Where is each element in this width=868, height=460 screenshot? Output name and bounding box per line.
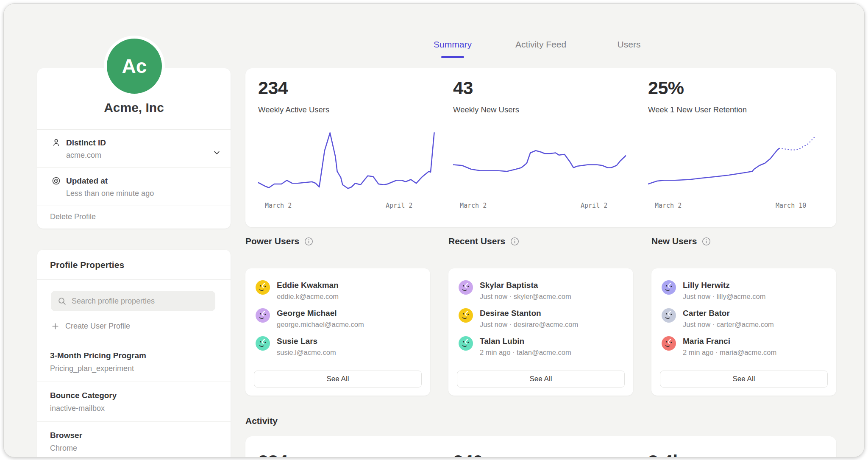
power-users-card: Eddie Kwakman eddie.k@acme.com George Mi…: [245, 268, 430, 396]
info-icon[interactable]: [510, 237, 519, 246]
create-user-profile-button[interactable]: Create User Profile: [37, 311, 231, 342]
user-row[interactable]: George Michael george.michael@acme.com: [256, 308, 422, 336]
user-name: Skylar Baptista: [480, 281, 571, 290]
new-users-heading: New Users: [651, 236, 836, 246]
property-row[interactable]: Bounce Category inactive-mailbox: [37, 382, 231, 421]
x-axis-start-label: March 2: [655, 202, 682, 209]
x-axis-start-label: March 2: [460, 202, 487, 209]
user-row[interactable]: Eddie Kwakman eddie.k@acme.com: [256, 280, 422, 308]
user-detail: Just now · skyler@acme.com: [480, 293, 571, 301]
user-name: Eddie Kwakman: [277, 281, 339, 290]
plus-icon: [51, 322, 59, 330]
user-detail: Just now · lilly@acme.com: [683, 293, 766, 301]
user-name: Carter Bator: [683, 309, 774, 318]
search-icon: [58, 297, 67, 306]
profile-properties-card: Profile Properties Create User Profile 3…: [37, 250, 231, 457]
avatar: [256, 336, 270, 351]
user-detail: Just now · carter@acme.com: [683, 321, 774, 329]
avatar: [256, 280, 270, 295]
user-row[interactable]: Desirae Stanton Just now · desirare@acme…: [459, 308, 625, 336]
search-box: [51, 291, 215, 311]
user-name: George Michael: [277, 309, 364, 318]
user-detail: Just now · desirare@acme.com: [480, 321, 578, 329]
tab-summary[interactable]: Summary: [409, 39, 497, 58]
app-window: Ac Acme, Inc Distinct ID acme.com Update…: [3, 3, 865, 457]
company-avatar-initials: Ac: [122, 55, 147, 78]
avatar: [662, 308, 676, 323]
user-row[interactable]: Susie Lars susie.l@acme.com: [256, 336, 422, 364]
x-axis-labels: March 2 March 10: [648, 202, 828, 211]
weekly-new-users-value: 43: [453, 78, 633, 98]
avatar: [256, 308, 270, 323]
retention-column: 25% Week 1 New User Retention March 2 Ma…: [648, 68, 828, 227]
x-axis-end-label: April 2: [581, 202, 607, 209]
activity-card: 234 240 3.4k: [245, 436, 836, 457]
property-value: Chrome: [50, 444, 218, 453]
updated-at-row: Updated at Less than one minute ago: [37, 167, 231, 206]
weekly-new-users-label: Weekly New Users: [453, 105, 633, 114]
user-name: Desirae Stanton: [480, 309, 578, 318]
weekly-new-users-column: 43 Weekly New Users March 2 April 2: [453, 68, 633, 227]
recent-users-card: Skylar Baptista Just now · skyler@acme.c…: [448, 268, 633, 396]
x-axis-start-label: March 2: [265, 202, 292, 209]
distinct-id-label: Distinct ID: [66, 138, 106, 148]
user-row[interactable]: Talan Lubin 2 min ago · talan@acme.com: [459, 336, 625, 364]
updated-at-label: Updated at: [66, 176, 108, 186]
weekly-active-users-column: 234 Weekly Active Users March 2 April 2: [258, 68, 438, 227]
search-profile-properties-input[interactable]: [72, 297, 209, 306]
x-axis-labels: March 2 April 2: [258, 202, 438, 211]
property-row[interactable]: 3-Month Pricing Program Pricing_plan_exp…: [37, 342, 231, 382]
avatar: [662, 336, 676, 351]
user-name: Talan Lubin: [480, 337, 571, 346]
delete-profile-button[interactable]: Delete Profile: [37, 206, 231, 229]
property-row[interactable]: Browser Chrome: [37, 421, 231, 457]
summary-stats-card: 234 Weekly Active Users March 2 April 2 …: [245, 68, 836, 227]
user-name: Susie Lars: [277, 337, 336, 346]
user-detail: 2 min ago · talan@acme.com: [480, 348, 571, 357]
property-value: inactive-mailbox: [50, 404, 218, 413]
x-axis-end-label: April 2: [386, 202, 412, 209]
property-label: Bounce Category: [50, 391, 218, 400]
user-detail: george.michael@acme.com: [277, 321, 364, 329]
x-axis-end-label: March 10: [776, 202, 806, 209]
retention-sparkline: [648, 125, 828, 199]
person-icon: [51, 138, 61, 148]
avatar: [662, 280, 676, 295]
company-avatar: Ac: [107, 39, 162, 94]
tab-activity-feed[interactable]: Activity Feed: [497, 39, 585, 58]
new-users-card: Lilly Herwitz Just now · lilly@acme.com …: [651, 268, 836, 396]
user-row[interactable]: Lilly Herwitz Just now · lilly@acme.com: [662, 280, 828, 308]
see-all-button[interactable]: See All: [254, 371, 422, 388]
tab-users-label: Users: [618, 39, 641, 50]
new-users-title: New Users: [651, 236, 697, 246]
power-users-title: Power Users: [245, 236, 299, 246]
tab-users[interactable]: Users: [585, 39, 673, 58]
user-row[interactable]: Skylar Baptista Just now · skyler@acme.c…: [459, 280, 625, 308]
updated-at-value: Less than one minute ago: [66, 189, 220, 198]
info-icon[interactable]: [304, 237, 313, 246]
eye-icon: [51, 176, 61, 186]
user-row[interactable]: Maria Franci 2 min ago · maria@acme.com: [662, 336, 828, 364]
user-row[interactable]: Carter Bator Just now · carter@acme.com: [662, 308, 828, 336]
user-detail: eddie.k@acme.com: [277, 293, 339, 301]
retention-label: Week 1 New User Retention: [648, 105, 828, 114]
active-tab-indicator: [441, 56, 464, 58]
tab-bar: Summary Activity Feed Users: [245, 39, 836, 58]
info-icon[interactable]: [702, 237, 711, 246]
avatar: [459, 280, 473, 295]
property-value: Pricing_plan_experiment: [50, 364, 218, 373]
avatar: [459, 308, 473, 323]
profile-properties-title: Profile Properties: [37, 250, 231, 279]
retention-value: 25%: [648, 78, 828, 98]
x-axis-labels: March 2 April 2: [453, 202, 633, 211]
distinct-id-row: Distinct ID acme.com: [37, 129, 231, 167]
weekly-new-users-sparkline: [453, 125, 633, 199]
see-all-button[interactable]: See All: [660, 371, 828, 388]
weekly-active-users-label: Weekly Active Users: [258, 105, 438, 114]
activity-stat: 240: [453, 451, 633, 457]
see-all-button[interactable]: See All: [457, 371, 625, 388]
user-detail: 2 min ago · maria@acme.com: [683, 348, 776, 357]
weekly-active-users-value: 234: [258, 78, 438, 98]
tab-activity-feed-label: Activity Feed: [515, 39, 566, 50]
chevron-down-icon[interactable]: [212, 148, 221, 157]
